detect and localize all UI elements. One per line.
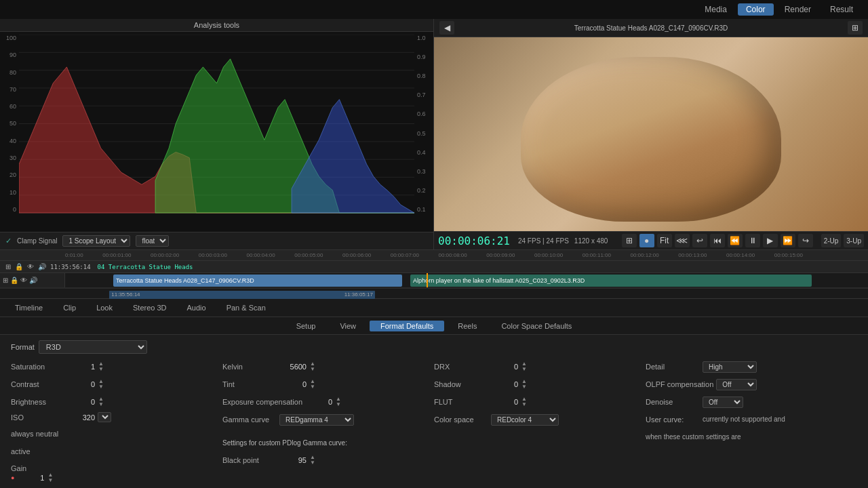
saturation-arrows[interactable]: ▲ ▼ [98,361,104,372]
contrast-arrows[interactable]: ▲ ▼ [98,379,104,390]
param-active: active [11,444,222,459]
exposure-arrows[interactable]: ▲ ▼ [335,396,342,407]
settings-tab-setup[interactable]: Setup [285,321,327,331]
two-up-btn[interactable]: 2-Up [821,234,842,247]
format-select[interactable]: R3D [39,340,147,354]
grid-view-btn[interactable]: ⊞ [622,234,637,247]
preview-header: ◀ Terracotta Statue Heads A028_C147_0906… [434,19,868,37]
active-label: active [11,447,65,455]
gain-section: Gain ● 1 ▲ ▼ [11,464,222,483]
shadow-down[interactable]: ▼ [521,384,528,390]
back-btn[interactable]: ⏮ [710,234,725,247]
custom-pdlog-label: Settings for custom PDlog Gamma curve: [222,439,347,447]
track-icon-4[interactable]: 🔊 [38,263,46,270]
tint-down[interactable]: ▼ [309,384,316,390]
gain-arrows[interactable]: ▲ ▼ [47,472,54,483]
gain-down[interactable]: ▼ [47,478,54,483]
tab-media[interactable]: Media [696,3,735,16]
fit-btn[interactable]: Fit [657,234,672,247]
scope-area: 100 90 80 70 60 50 40 30 20 10 0 [0,32,433,232]
scope-layout-select[interactable]: 1 Scope Layout [62,235,130,247]
black-point-down[interactable]: ▼ [309,460,316,466]
clip-name2-label: Alphorn player on the lake of hallstatt … [413,277,585,284]
olpf-select[interactable]: Off [716,379,757,390]
settings-tab-reels[interactable]: Reels [447,321,488,331]
saturation-down[interactable]: ▼ [98,367,104,372]
tab-stereo3d[interactable]: Stereo 3D [123,302,176,314]
shadow-arrows[interactable]: ▲ ▼ [521,379,528,390]
settings-tab-colorspace[interactable]: Color Space Defaults [490,321,583,331]
gamma-select[interactable]: REDgamma 4 [279,414,354,426]
brightness-arrows[interactable]: ▲ ▼ [98,396,104,407]
play-btn[interactable]: ▶ [763,234,778,247]
colorspace-select[interactable]: REDcolor 4 [491,414,559,426]
contrast-down[interactable]: ▼ [98,384,104,390]
kelvin-arrows[interactable]: ▲ ▼ [309,361,316,372]
next-10-btn[interactable]: ↪ [798,234,813,247]
colorspace-label: Color space [434,415,488,424]
fast-fwd-btn[interactable]: ⏩ [781,234,795,247]
flut-arrows[interactable]: ▲ ▼ [521,396,528,407]
tc-icon-4[interactable]: 🔊 [29,277,37,284]
gain-label: Gain [11,464,26,472]
tab-result[interactable]: Result [822,3,861,16]
clip-bar-main[interactable]: Terracotta Statue Heads A028_C147_0906CV… [113,274,402,287]
tint-arrows[interactable]: ▲ ▼ [309,379,316,390]
drx-label: DRX [434,363,488,371]
param-always-neutral: always neutral [11,426,222,441]
iso-label: ISO [11,413,65,422]
param-flut: FLUT 0 ▲ ▼ [434,394,646,409]
prev-clip-btn[interactable]: ◀ [439,21,454,35]
sub-clips: 11:35:56:14 11:36:05:17 [65,289,803,300]
detail-select[interactable]: High [703,361,757,373]
drx-down[interactable]: ▼ [521,367,528,372]
drx-arrows[interactable]: ▲ ▼ [521,361,528,372]
track-icon-1[interactable]: ⊞ [5,263,11,270]
settings-tab-format-defaults[interactable]: Format Defaults [370,321,444,331]
usercurve-value2: when these custom settings are [646,432,741,442]
tab-render[interactable]: Render [776,3,819,16]
track-icon-2[interactable]: 🔒 [15,263,23,270]
track-icon-3[interactable]: 👁 [27,263,34,270]
kelvin-down[interactable]: ▼ [309,367,316,372]
track-controls: ⊞ 🔒 👁 🔊 [0,273,65,287]
tab-timeline[interactable]: Timeline [5,302,52,314]
tab-panscan[interactable]: Pan & Scan [217,302,275,314]
param-tint: Tint 0 ▲ ▼ [222,377,434,392]
tc-icon-2[interactable]: 🔒 [10,277,18,284]
tab-look[interactable]: Look [87,302,122,314]
step-back-btn[interactable]: ⏪ [728,234,743,247]
top-navigation: Media Color Render Result [0,0,868,19]
param-detail: Detail High [646,359,857,374]
tab-audio[interactable]: Audio [178,302,216,314]
param-usercurve2: when these custom settings are [646,430,857,445]
scope-type-select[interactable]: float [136,235,169,247]
usercurve-value1: currently not supported and [703,415,785,424]
clip-bar-second[interactable]: Alphorn player on the lake of hallstatt … [410,274,812,287]
tc-icon-1[interactable]: ⊞ [3,277,8,284]
tab-color[interactable]: Color [738,3,774,16]
tc-icon-3[interactable]: 👁 [20,277,27,284]
settings-tab-view[interactable]: View [329,321,367,331]
flut-down[interactable]: ▼ [521,402,528,407]
iso-dropdown[interactable] [98,412,111,422]
brightness-value: 0 [68,398,95,406]
timecode-display: 00:00:06:21 [438,235,510,247]
track-body[interactable]: Terracotta Statue Heads A028_C147_0906CV… [65,273,868,287]
saturation-label: Saturation [11,363,65,371]
preview-options-btn[interactable]: ⊞ [848,21,863,35]
brightness-down[interactable]: ▼ [98,402,104,407]
back-10-btn[interactable]: ↩ [692,234,707,247]
denoise-select[interactable]: Off [703,396,743,408]
black-point-arrows[interactable]: ▲ ▼ [309,455,316,466]
param-drx: DRX 0 ▲ ▼ [434,359,646,374]
prev-frame-btn[interactable]: ⋘ [675,234,690,247]
usercurve-label: User curve: [646,415,700,424]
exposure-down[interactable]: ▼ [335,402,342,407]
toggle-btn[interactable]: ● [639,234,654,247]
param-col-3: DRX 0 ▲ ▼ Shadow 0 ▲ ▼ FLUT [434,359,646,483]
tab-clip[interactable]: Clip [54,302,85,314]
three-up-btn[interactable]: 3-Up [844,234,864,247]
clamp-signal-label[interactable]: Clamp Signal [17,237,57,245]
play-pause-btn[interactable]: ⏸ [745,234,760,247]
